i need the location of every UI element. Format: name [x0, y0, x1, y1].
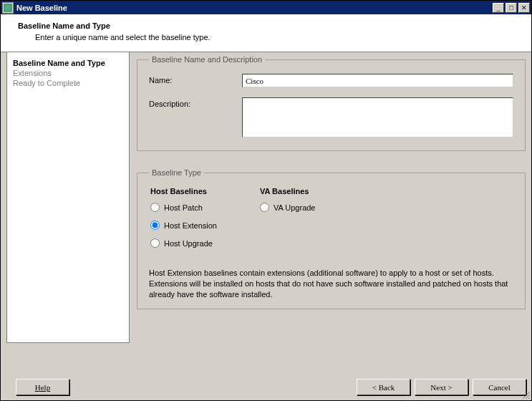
resize-grip-icon[interactable]: [521, 390, 531, 400]
close-button[interactable]: ✕: [518, 3, 530, 13]
sidebar-item-extensions[interactable]: Extensions: [13, 68, 123, 78]
host-extension-radio-row[interactable]: Host Extension: [150, 221, 217, 230]
name-input[interactable]: [242, 74, 513, 87]
baseline-type-legend: Baseline Type: [149, 168, 204, 177]
maximize-button[interactable]: □: [506, 3, 517, 13]
host-upgrade-radio[interactable]: [150, 238, 160, 248]
description-textarea[interactable]: [242, 97, 513, 137]
sidebar-item-name-type[interactable]: Baseline Name and Type: [13, 58, 123, 68]
baseline-type-fieldset: Baseline Type Host Baselines Host Patch …: [137, 168, 526, 309]
host-patch-radio-row[interactable]: Host Patch: [150, 203, 217, 212]
host-extension-label: Host Extension: [164, 221, 217, 230]
host-upgrade-radio-row[interactable]: Host Upgrade: [150, 238, 217, 248]
va-upgrade-radio[interactable]: [260, 203, 269, 212]
cancel-button[interactable]: Cancel: [473, 379, 526, 395]
svg-rect-0: [4, 4, 11, 11]
next-button[interactable]: Next >: [415, 379, 468, 395]
back-button[interactable]: < Back: [357, 379, 410, 395]
help-button[interactable]: Help: [16, 379, 69, 395]
host-baselines-header: Host Baselines: [150, 187, 217, 195]
window-title: New Baseline: [16, 4, 493, 12]
header-title: Baseline Name and Type: [18, 21, 518, 30]
sidebar-item-ready[interactable]: Ready to Complete: [13, 78, 123, 88]
va-upgrade-radio-row[interactable]: VA Upgrade: [260, 203, 316, 212]
description-label: Description:: [149, 97, 242, 108]
host-upgrade-label: Host Upgrade: [164, 239, 213, 248]
minimize-button[interactable]: _: [493, 3, 504, 13]
svg-line-3: [528, 397, 530, 399]
name-description-legend: Baseline Name and Description: [149, 55, 265, 64]
app-icon: [2, 2, 14, 14]
wizard-header: Baseline Name and Type Enter a unique na…: [1, 14, 531, 52]
wizard-content: Baseline Name and Description Name: Desc…: [130, 52, 526, 343]
host-patch-radio[interactable]: [150, 203, 160, 212]
va-upgrade-label: VA Upgrade: [274, 203, 316, 212]
name-label: Name:: [149, 74, 242, 84]
header-subtitle: Enter a unique name and select the basel…: [35, 33, 518, 42]
wizard-footer: Help < Back Next > Cancel: [6, 379, 526, 395]
wizard-steps-sidebar: Baseline Name and Type Extensions Ready …: [6, 52, 130, 343]
va-baselines-header: VA Baselines: [260, 187, 316, 195]
host-patch-label: Host Patch: [164, 203, 203, 212]
titlebar: New Baseline _ □ ✕: [1, 1, 531, 14]
host-extension-radio[interactable]: [150, 221, 160, 230]
baseline-type-description: Host Extension baselines contain extensi…: [149, 268, 513, 300]
name-description-fieldset: Baseline Name and Description Name: Desc…: [137, 55, 526, 151]
